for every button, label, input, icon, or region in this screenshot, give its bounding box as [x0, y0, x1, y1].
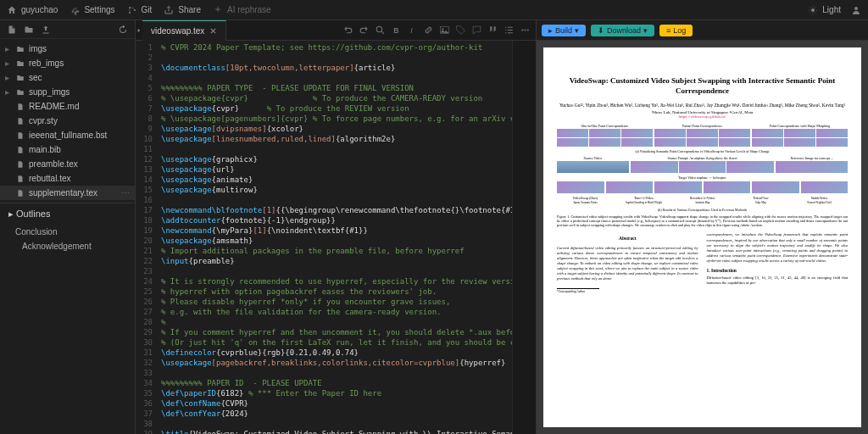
user-icon[interactable] [851, 5, 861, 15]
outline-item[interactable]: Acknowledgement [0, 239, 135, 253]
ai-rephrase[interactable]: AI rephrase [213, 5, 271, 15]
settings-menu[interactable]: Settings [70, 5, 114, 15]
git-menu[interactable]: Git [127, 5, 153, 15]
more-icon[interactable] [520, 25, 531, 36]
figure-caption: Figure 1. Customized video subject swapp… [557, 214, 848, 227]
file-item[interactable]: main.bib [0, 142, 135, 157]
svg-point-3 [811, 8, 815, 12]
link-icon[interactable] [423, 25, 434, 36]
gear-icon [70, 5, 80, 15]
refresh-icon[interactable] [118, 25, 128, 35]
new-file-icon[interactable] [7, 25, 17, 35]
chevron-icon[interactable] [136, 26, 142, 35]
pdf-preview-pane: ▸ Build ▾ ⬇ Download ▾ ≡ Log VideoSwap: … [536, 20, 868, 434]
svg-text:B: B [393, 26, 398, 35]
new-folder-icon[interactable] [24, 25, 34, 35]
svg-point-5 [376, 26, 382, 32]
git-icon [127, 5, 137, 15]
file-item[interactable]: ▸sec [0, 70, 135, 85]
file-item[interactable]: rebuttal.tex [0, 171, 135, 186]
home-user[interactable]: guyuchao [7, 5, 58, 15]
theme-toggle[interactable]: Light [808, 5, 841, 15]
sparkle-icon [213, 5, 223, 15]
file-item[interactable]: cvpr.sty [0, 114, 135, 128]
file-item[interactable]: ieeenat_fullname.bst [0, 128, 135, 142]
svg-point-12 [527, 29, 529, 31]
close-icon[interactable] [209, 27, 217, 35]
topbar: guyuchao Settings Git Share AI rephrase … [0, 0, 868, 20]
svg-point-1 [129, 12, 131, 14]
code-editor[interactable]: 1234567891011121314151617181920212223242… [136, 41, 536, 434]
pdf-page[interactable]: VideoSwap: Customized Video Subject Swap… [543, 47, 861, 427]
file-sidebar: ▸imgs▸reb_imgs▸sec▸supp_imgsREADME.mdcvp… [0, 20, 136, 434]
svg-point-4 [854, 7, 858, 10]
tag-icon[interactable] [455, 25, 466, 36]
file-tree: ▸imgs▸reb_imgs▸sec▸supp_imgsREADME.mdcvp… [0, 39, 135, 203]
svg-point-11 [524, 29, 526, 31]
search-icon[interactable] [375, 25, 386, 36]
home-icon [7, 5, 17, 15]
bold-icon[interactable]: B [391, 25, 402, 36]
download-button[interactable]: ⬇ Download ▾ [591, 25, 654, 36]
svg-point-0 [129, 7, 131, 8]
file-item[interactable]: ▸supp_imgs [0, 85, 135, 99]
build-button[interactable]: ▸ Build ▾ [542, 25, 586, 36]
paper-title: VideoSwap: Customized Video Subject Swap… [557, 76, 848, 96]
upload-icon[interactable] [41, 25, 51, 35]
log-button[interactable]: ≡ Log [659, 25, 693, 36]
file-item[interactable]: ▸reb_imgs [0, 56, 135, 70]
paper-link: https://videoswap.github.io/ [557, 114, 848, 119]
redo-icon[interactable] [359, 25, 370, 36]
file-item[interactable]: supplementary.tex⋯ [0, 186, 135, 200]
svg-text:I: I [410, 26, 413, 35]
minimap[interactable] [512, 41, 536, 434]
file-item[interactable]: ▸imgs [0, 42, 135, 56]
sun-icon [808, 5, 818, 15]
share-icon [164, 5, 174, 15]
file-item[interactable]: preamble.tex [0, 157, 135, 171]
paper-authors: Yuchao Gu¹², Yipin Zhou², Bichen Wu², Li… [557, 103, 848, 108]
citation-icon[interactable] [487, 25, 498, 36]
italic-icon[interactable]: I [407, 25, 418, 36]
list-icon[interactable] [504, 25, 515, 36]
comment-icon[interactable] [471, 25, 482, 36]
svg-point-10 [521, 29, 523, 31]
image-icon[interactable] [439, 25, 450, 36]
file-item[interactable]: README.md [0, 99, 135, 114]
svg-point-9 [442, 28, 443, 30]
editor-tab[interactable]: videoswap.tex [142, 20, 226, 41]
editor-pane: videoswap.tex B I 1234567891011121314151… [136, 20, 536, 434]
outline-toggle[interactable]: ▸ Outlines [8, 209, 126, 220]
undo-icon[interactable] [342, 25, 353, 36]
outline-item[interactable]: Conclusion [0, 225, 135, 239]
share-menu[interactable]: Share [164, 5, 201, 15]
